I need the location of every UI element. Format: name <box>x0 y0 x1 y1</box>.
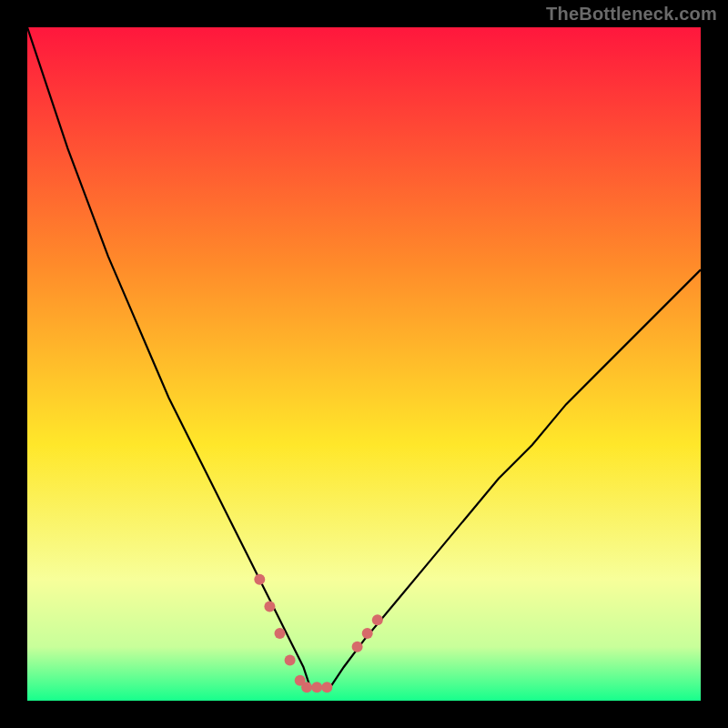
marker-dot <box>264 601 275 612</box>
gradient-bg <box>27 27 701 701</box>
chart-svg <box>27 27 701 701</box>
marker-dot <box>362 628 373 639</box>
marker-dot <box>352 642 363 652</box>
plot-area <box>27 27 701 701</box>
marker-dot <box>285 655 296 666</box>
marker-dot <box>372 614 383 625</box>
marker-dot <box>301 682 312 693</box>
marker-dot <box>311 682 322 693</box>
chart-frame: TheBottleneck.com <box>0 0 728 728</box>
marker-dot <box>275 628 286 639</box>
marker-dot <box>254 574 265 585</box>
watermark-text: TheBottleneck.com <box>546 4 717 25</box>
marker-dot <box>321 682 332 693</box>
